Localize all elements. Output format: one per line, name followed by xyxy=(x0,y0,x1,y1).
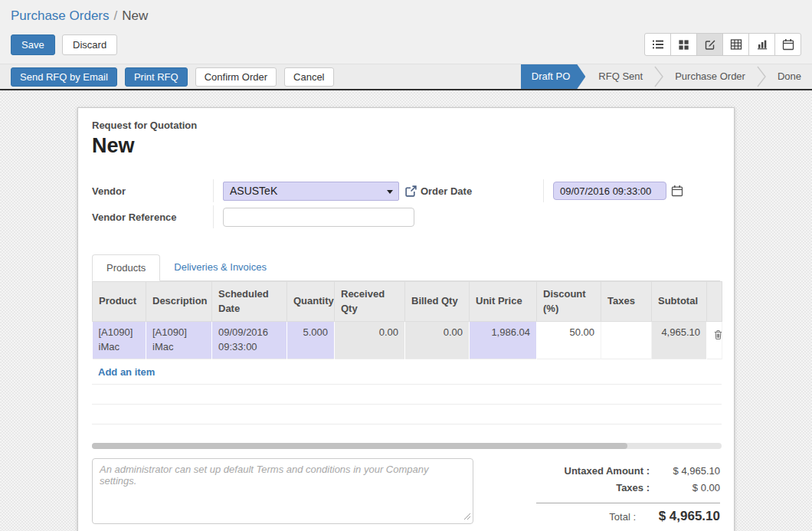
col-quantity: Quantity xyxy=(287,282,335,322)
calendar-icon xyxy=(671,185,683,197)
col-scheduled-date: ScheduledDate xyxy=(212,282,287,322)
empty-line xyxy=(92,385,722,405)
vendor-select-value: ASUSTeK xyxy=(230,185,277,197)
cell-taxes[interactable] xyxy=(601,322,652,359)
pivot-icon xyxy=(730,38,742,51)
vendor-row: Vendor ASUSTeK xyxy=(92,178,421,204)
vendor-label: Vendor xyxy=(92,185,213,197)
calendar-icon xyxy=(782,38,794,51)
status-pipeline: Draft PO RFQ Sent Purchase Order Done xyxy=(521,64,812,89)
cancel-button[interactable]: Cancel xyxy=(284,67,333,87)
empty-line xyxy=(92,405,722,424)
vendor-reference-input[interactable] xyxy=(223,208,414,227)
view-switcher xyxy=(644,33,801,56)
status-step-draft-po[interactable]: Draft PO xyxy=(521,64,586,89)
save-button[interactable]: Save xyxy=(11,34,55,55)
list-view-button[interactable] xyxy=(644,33,671,56)
order-date-field xyxy=(543,179,683,202)
taxes-label: Taxes : xyxy=(616,480,650,497)
graph-view-button[interactable] xyxy=(748,33,775,56)
order-date-input[interactable] xyxy=(553,182,666,200)
vendor-external-link-button[interactable] xyxy=(404,185,417,198)
total-value: $ 4,965.10 xyxy=(636,508,720,525)
untaxed-amount-value: $ 4,965.10 xyxy=(650,463,720,480)
group-right: Order Date xyxy=(421,178,720,230)
breadcrumb-current: New xyxy=(122,8,148,23)
table-horizontal-scrollbar xyxy=(92,443,722,449)
taxes-row: Taxes : $ 0.00 xyxy=(536,480,720,497)
tab-deliveries-invoices[interactable]: Deliveries & Invoices xyxy=(160,254,280,280)
statusbar-buttons: Send RFQ by Email Print RFQ Confirm Orde… xyxy=(11,64,334,89)
status-step-rfq-sent[interactable]: RFQ Sent xyxy=(588,64,653,89)
total-row: Total : $ 4,965.10 xyxy=(536,508,720,526)
form-buttons: Save Discard xyxy=(11,34,117,55)
col-unit-price: Unit Price xyxy=(470,282,537,322)
col-subtotal: Subtotal xyxy=(652,282,707,322)
col-taxes: Taxes xyxy=(601,282,652,322)
cell-description[interactable]: [A1090] iMac xyxy=(146,322,212,359)
col-discount: Discount(%) xyxy=(537,282,601,322)
taxes-value: $ 0.00 xyxy=(650,480,720,497)
cell-received-qty: 0.00 xyxy=(335,322,405,359)
order-line-row: [A1090] iMac [A1090] iMac 09/09/2016 09:… xyxy=(93,322,722,359)
total-label: Total : xyxy=(609,509,636,526)
chevron-down-icon xyxy=(387,190,393,194)
kanban-icon xyxy=(678,39,689,51)
calendar-view-button[interactable] xyxy=(774,33,801,56)
external-link-icon xyxy=(404,185,417,198)
cell-billed-qty: 0.00 xyxy=(405,322,470,359)
terms-and-conditions-textarea[interactable] xyxy=(92,458,473,524)
cell-discount[interactable]: 50.00 xyxy=(537,322,601,359)
col-billed-qty: Billed Qty xyxy=(405,282,470,322)
breadcrumb-separator: / xyxy=(110,8,123,23)
form-icon xyxy=(704,38,716,51)
list-icon xyxy=(652,38,664,51)
statusbar: Send RFQ by Email Print RFQ Confirm Orde… xyxy=(0,64,812,90)
status-step-purchase-order[interactable]: Purchase Order xyxy=(664,64,756,89)
col-description: Description xyxy=(146,282,212,322)
cell-unit-price[interactable]: 1,986.04 xyxy=(470,322,537,359)
action-row: Save Discard xyxy=(0,28,812,64)
totals-divider xyxy=(536,503,720,503)
page-title: New xyxy=(92,134,720,158)
vendor-field: ASUSTeK xyxy=(213,179,417,202)
discard-button[interactable]: Discard xyxy=(62,34,117,55)
form-footer: Untaxed Amount : $ 4,965.10 Taxes : $ 0.… xyxy=(92,458,720,527)
topbar: Purchase Orders/New xyxy=(0,0,812,28)
order-date-label: Order Date xyxy=(421,185,543,197)
untaxed-amount-row: Untaxed Amount : $ 4,965.10 xyxy=(536,463,720,480)
print-rfq-button[interactable]: Print RFQ xyxy=(125,67,188,87)
form-view-button[interactable] xyxy=(696,33,723,56)
totals-block: Untaxed Amount : $ 4,965.10 Taxes : $ 0.… xyxy=(536,458,720,527)
order-date-row: Order Date xyxy=(421,178,720,204)
order-lines-table: Product Description ScheduledDate Quanti… xyxy=(92,281,722,359)
vendor-select[interactable]: ASUSTeK xyxy=(223,182,399,201)
form-sheet: Request for Quotation New Vendor ASUSTeK xyxy=(77,107,735,531)
kanban-view-button[interactable] xyxy=(670,33,697,56)
scrollbar-thumb[interactable] xyxy=(92,443,627,449)
table-header-row: Product Description ScheduledDate Quanti… xyxy=(93,282,722,322)
confirm-order-button[interactable]: Confirm Order xyxy=(195,67,277,87)
notes-wrap xyxy=(92,458,473,527)
graph-icon xyxy=(756,38,768,51)
vendor-reference-label: Vendor Reference xyxy=(92,211,213,223)
status-step-done[interactable]: Done xyxy=(767,64,812,89)
cell-quantity[interactable]: 5.000 xyxy=(287,322,335,359)
col-product: Product xyxy=(93,282,146,322)
pivot-view-button[interactable] xyxy=(722,33,749,56)
untaxed-amount-label: Untaxed Amount : xyxy=(565,463,650,480)
col-received-qty: ReceivedQty xyxy=(335,282,405,322)
breadcrumb: Purchase Orders/New xyxy=(11,8,800,24)
send-rfq-by-email-button[interactable]: Send RFQ by Email xyxy=(11,67,117,87)
cell-scheduled-date[interactable]: 09/09/2016 09:33:00 xyxy=(212,322,287,359)
field-groups: Vendor ASUSTeK xyxy=(92,178,720,230)
breadcrumb-purchase-orders-link[interactable]: Purchase Orders xyxy=(11,8,110,23)
tab-products[interactable]: Products xyxy=(92,254,160,281)
add-an-item-link[interactable]: Add an item xyxy=(92,359,722,385)
delete-line-button[interactable] xyxy=(707,322,722,359)
odoo-form-view: Purchase Orders/New Save Discard xyxy=(0,0,812,531)
cell-product[interactable]: [A1090] iMac xyxy=(93,322,146,359)
order-date-calendar-button[interactable] xyxy=(671,185,683,197)
notebook-tabs: Products Deliveries & Invoices xyxy=(92,254,720,281)
group-left: Vendor ASUSTeK xyxy=(92,178,421,230)
